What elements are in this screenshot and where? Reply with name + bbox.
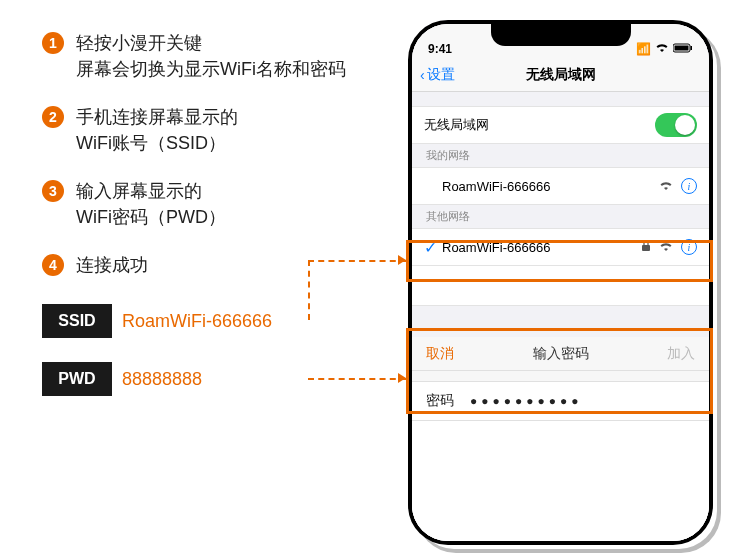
arrow-icon — [398, 373, 406, 383]
battery-icon — [673, 42, 693, 56]
join-button[interactable]: 加入 — [667, 345, 695, 363]
wifi-signal-icon — [659, 240, 673, 255]
password-panel-header: 取消 输入密码 加入 — [412, 337, 709, 371]
password-field-label: 密码 — [426, 392, 470, 410]
my-network-row[interactable]: RoamWiFi-666666 i — [412, 167, 709, 205]
wifi-toggle-row[interactable]: 无线局域网 — [412, 106, 709, 144]
password-panel-body — [412, 421, 709, 541]
ssid-value: RoamWiFi-666666 — [112, 304, 307, 338]
signal-icon: 📶 — [636, 42, 651, 56]
wifi-signal-icon — [659, 179, 673, 194]
wifi-toggle-label: 无线局域网 — [424, 116, 489, 134]
password-field-row[interactable]: 密码 ●●●●●●●●●● — [412, 381, 709, 421]
ssid-label: SSID — [42, 304, 112, 338]
step-badge: 3 — [42, 180, 64, 202]
connector-line — [308, 378, 406, 380]
step-text: 轻按小漫开关键屏幕会切换为显示WiFi名称和密码 — [76, 30, 346, 82]
password-field-value: ●●●●●●●●●● — [470, 394, 582, 408]
lock-icon — [641, 240, 651, 255]
svg-rect-3 — [642, 245, 650, 251]
step-badge: 4 — [42, 254, 64, 276]
step-text: 手机连接屏幕显示的WiFi账号（SSID） — [76, 104, 238, 156]
section-my-networks: 我的网络 — [412, 144, 709, 167]
step-1: 1 轻按小漫开关键屏幕会切换为显示WiFi名称和密码 — [42, 30, 372, 82]
connector-line — [308, 260, 310, 320]
cancel-button[interactable]: 取消 — [426, 345, 454, 363]
step-2: 2 手机连接屏幕显示的WiFi账号（SSID） — [42, 104, 372, 156]
section-other-networks: 其他网络 — [412, 205, 709, 228]
nav-title: 无线局域网 — [412, 66, 709, 84]
network-name: RoamWiFi-666666 — [442, 179, 659, 194]
other-network-row[interactable]: ✓ RoamWiFi-666666 i — [412, 228, 709, 266]
pwd-value: 88888888 — [112, 362, 307, 396]
svg-rect-2 — [691, 46, 693, 50]
password-panel: 取消 输入密码 加入 密码 ●●●●●●●●●● — [412, 337, 709, 541]
step-badge: 2 — [42, 106, 64, 128]
wifi-toggle[interactable] — [655, 113, 697, 137]
phone-frame: 9:41 📶 ‹ 设置 无线局域网 无线局域网 — [408, 20, 713, 545]
arrow-icon — [398, 255, 406, 265]
checkmark-icon: ✓ — [424, 238, 442, 257]
step-badge: 1 — [42, 32, 64, 54]
settings-list: 无线局域网 我的网络 RoamWiFi-666666 i 其他网络 ✓ Roam… — [412, 92, 709, 306]
step-4: 4 连接成功 — [42, 252, 372, 278]
phone-screen: 9:41 📶 ‹ 设置 无线局域网 无线局域网 — [412, 24, 709, 541]
pwd-box: PWD 88888888 — [42, 362, 307, 396]
svg-rect-1 — [675, 46, 689, 51]
pwd-label: PWD — [42, 362, 112, 396]
step-3: 3 输入屏幕显示的WiFi密码（PWD） — [42, 178, 372, 230]
info-icon[interactable]: i — [681, 178, 697, 194]
network-name: RoamWiFi-666666 — [442, 240, 641, 255]
step-text: 输入屏幕显示的WiFi密码（PWD） — [76, 178, 226, 230]
info-icon[interactable]: i — [681, 239, 697, 255]
connector-line — [308, 260, 406, 262]
status-time: 9:41 — [428, 42, 452, 56]
wifi-icon — [655, 42, 669, 56]
nav-bar: ‹ 设置 无线局域网 — [412, 58, 709, 92]
step-text: 连接成功 — [76, 252, 148, 278]
phone-notch — [491, 24, 631, 46]
ssid-box: SSID RoamWiFi-666666 — [42, 304, 307, 338]
password-panel-title: 输入密码 — [533, 345, 589, 363]
